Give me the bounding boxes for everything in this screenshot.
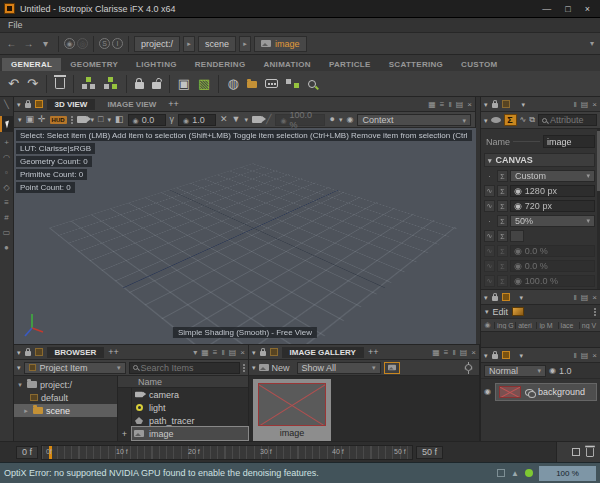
expression-cell-icon[interactable] [497, 230, 508, 242]
panel-menu-icon[interactable] [484, 352, 488, 359]
panel-doc-icon[interactable] [502, 100, 510, 108]
panel-menu-icon[interactable] [484, 101, 488, 108]
toolbar-menu-icon[interactable] [484, 117, 488, 124]
context-box-icon[interactable]: ▣ [178, 77, 190, 90]
list-item-image[interactable]: + image [118, 427, 248, 440]
name-input[interactable]: image [543, 135, 595, 148]
pin-panel-icon[interactable]: ⧉ [529, 116, 535, 124]
combiner-icon[interactable]: ▧ [198, 77, 210, 90]
context-selector[interactable]: Context [357, 114, 471, 126]
tab-geometry[interactable]: GEOMETRY [61, 58, 127, 71]
list-item-path-tracer[interactable]: path_tracer [118, 414, 248, 427]
animation-icon[interactable] [520, 116, 527, 124]
tree-expand-icon[interactable]: ▾ [16, 381, 24, 389]
panel-close-icon[interactable] [592, 100, 597, 109]
ungroup-icon[interactable] [104, 77, 118, 90]
layout-stack-icon[interactable] [456, 100, 464, 109]
add-gallery-tab-icon[interactable]: + [368, 348, 379, 357]
scene-scope-icon[interactable]: S [99, 38, 110, 49]
export-context-icon[interactable] [247, 81, 257, 88]
panel-lock-icon[interactable] [260, 351, 266, 356]
edit-target-thumbnail[interactable] [512, 307, 524, 316]
shading-ball-icon[interactable]: ● [329, 115, 334, 124]
panel-menu-icon[interactable] [17, 101, 21, 108]
swatch-cell[interactable] [510, 230, 524, 242]
save-view-icon[interactable]: ▣ [26, 115, 35, 124]
layer-row-background[interactable]: background [481, 382, 600, 402]
grid-tool-icon[interactable]: # [4, 214, 8, 222]
menu-file[interactable]: File [0, 20, 31, 30]
current-image-button[interactable] [384, 362, 400, 374]
layout-grid-icon[interactable] [428, 100, 436, 109]
translate-tool-icon[interactable]: + [4, 139, 9, 147]
panel-close-icon[interactable] [592, 351, 597, 360]
layout-split-icon[interactable] [452, 348, 455, 357]
visibility-icon[interactable] [346, 116, 353, 124]
shading-dropdown-icon[interactable] [339, 116, 343, 123]
gamma-field[interactable]: 1.0 [178, 114, 216, 126]
tab-scattering[interactable]: SCATTERING [380, 58, 452, 71]
pivot-tool-icon[interactable]: ◇ [3, 184, 9, 192]
shading-oval-icon[interactable] [491, 117, 501, 123]
panel-close-icon[interactable] [592, 293, 597, 302]
chevron-down-icon[interactable] [193, 348, 197, 357]
layout-split-icon[interactable] [573, 100, 576, 109]
chevron-down-icon[interactable] [520, 352, 524, 359]
new-image-button[interactable]: New [272, 363, 290, 373]
redo-icon[interactable]: ↷ [27, 77, 38, 90]
tab-3d-view[interactable]: 3D VIEW [47, 99, 96, 110]
list-item-camera[interactable]: camera [118, 388, 248, 401]
render-camera-icon[interactable] [252, 116, 262, 123]
tree-expand-icon[interactable]: ▸ [22, 407, 30, 415]
viewport-canvas[interactable]: Select: Select item (LMB) Add item to se… [14, 128, 476, 344]
tab-custom[interactable]: CUSTOM [452, 58, 506, 71]
exposure-icon[interactable]: ◧ [115, 115, 124, 124]
toolbar-menu-icon[interactable] [18, 116, 22, 123]
add-browser-tab-icon[interactable]: + [108, 348, 119, 357]
layout-stack-icon[interactable] [581, 293, 589, 302]
expression-cell-icon[interactable] [497, 170, 508, 182]
expression-cell-icon[interactable] [497, 215, 508, 227]
timeline-ruler[interactable]: 0f 10 f 20 f 30 f 40 f 50 f [41, 445, 413, 460]
panel-lock-icon[interactable] [492, 354, 498, 359]
group-icon[interactable] [82, 77, 96, 90]
panel-lock-icon[interactable] [492, 103, 498, 108]
list-item-light[interactable]: light [118, 401, 248, 414]
forward-icon[interactable]: → [21, 36, 36, 51]
column-shading-vars[interactable]: ng V [579, 322, 600, 329]
breadcrumb-image[interactable]: image [254, 36, 307, 52]
width-field[interactable]: 1280 px [510, 185, 595, 197]
unlock-icon[interactable] [152, 82, 161, 89]
layout-stack-icon[interactable] [581, 100, 589, 109]
layout-split-icon[interactable] [573, 293, 576, 302]
tab-image-gallery[interactable]: IMAGE GALLERY [282, 347, 364, 358]
tab-general[interactable]: GENERAL [2, 58, 61, 71]
tree-item-project[interactable]: ▾ project:/ [14, 378, 117, 391]
tab-rendering[interactable]: RENDERING [186, 58, 255, 71]
row-add-gutter[interactable]: + [118, 427, 132, 440]
display-dropdown-icon[interactable] [108, 116, 112, 123]
toolbar-menu-icon[interactable] [17, 364, 21, 371]
layout-stack-icon[interactable] [460, 348, 468, 357]
select-tool-icon[interactable] [0, 116, 14, 132]
back-icon[interactable]: ← [4, 36, 19, 51]
preview-resolution-dropdown[interactable]: 50% [510, 215, 595, 227]
panel-menu-icon[interactable] [252, 349, 256, 356]
tab-image-view[interactable]: IMAGE VIEW [99, 99, 164, 110]
render-scene-icon[interactable] [308, 80, 316, 88]
tab-browser[interactable]: BROWSER [47, 347, 105, 358]
curve-cell-icon[interactable] [484, 200, 495, 212]
layout-stack-icon[interactable] [581, 351, 589, 360]
more-options-icon[interactable] [594, 311, 596, 313]
panel-doc-icon[interactable] [502, 293, 510, 301]
panel-menu-icon[interactable] [17, 349, 21, 356]
display-mode-icon[interactable]: □ [98, 115, 103, 124]
panel-doc-icon[interactable] [502, 351, 510, 359]
layout-grid-icon[interactable] [432, 348, 440, 357]
breadcrumb-arrow-icon[interactable]: ▸ [239, 36, 251, 52]
layout-grid-icon[interactable] [201, 348, 209, 357]
chevron-down-icon[interactable] [485, 308, 489, 315]
breadcrumb-arrow-icon[interactable]: ▸ [183, 36, 195, 52]
browser-search-input[interactable]: Search Items [129, 362, 240, 374]
more-options-icon[interactable] [71, 119, 73, 121]
